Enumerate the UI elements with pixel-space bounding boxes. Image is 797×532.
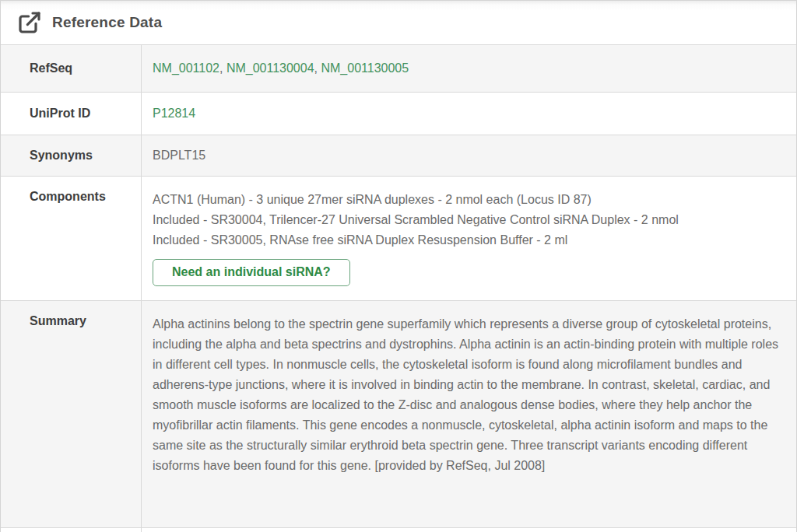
- external-link-icon: [17, 10, 42, 35]
- partial-label: [1, 528, 142, 532]
- refseq-label: RefSeq: [1, 45, 142, 92]
- separator: ,: [314, 58, 321, 79]
- summary-label: Summary: [1, 301, 142, 527]
- reference-data-panel: Reference Data RefSeq NM_001102, NM_0011…: [0, 0, 797, 532]
- uniprot-link[interactable]: P12814: [153, 103, 195, 124]
- components-value: ACTN1 (Human) - 3 unique 27mer siRNA dup…: [142, 177, 796, 300]
- table-row-uniprot: UniProt ID P12814: [1, 92, 796, 135]
- table-row-components: Components ACTN1 (Human) - 3 unique 27me…: [1, 176, 796, 300]
- refseq-link-3[interactable]: NM_001130005: [321, 58, 409, 79]
- components-line: Included - SR30004, Trilencer-27 Univers…: [153, 210, 779, 230]
- refseq-link-1[interactable]: NM_001102: [153, 58, 219, 79]
- components-line: ACTN1 (Human) - 3 unique 27mer siRNA dup…: [153, 190, 779, 210]
- table-row-synonyms: Synonyms BDPLT15: [1, 135, 796, 176]
- panel-title: Reference Data: [52, 14, 162, 31]
- refseq-link-2[interactable]: NM_001130004: [226, 58, 314, 79]
- panel-header: Reference Data: [1, 1, 796, 45]
- separator: ,: [219, 58, 226, 79]
- uniprot-label: UniProt ID: [1, 93, 142, 135]
- refseq-values: NM_001102, NM_001130004, NM_001130005: [142, 45, 796, 92]
- partial-value: [142, 528, 796, 532]
- synonyms-value: BDPLT15: [142, 135, 796, 176]
- components-label: Components: [1, 177, 142, 300]
- table-row-refseq: RefSeq NM_001102, NM_001130004, NM_00113…: [1, 45, 796, 92]
- synonyms-label: Synonyms: [1, 135, 142, 176]
- table-row-summary: Summary Alpha actinins belong to the spe…: [1, 300, 796, 527]
- individual-sirna-button[interactable]: Need an individual siRNA?: [153, 259, 350, 286]
- table-row-partial: [1, 527, 796, 532]
- summary-text: Alpha actinins belong to the spectrin ge…: [142, 301, 796, 527]
- components-line: Included - SR30005, RNAse free siRNA Dup…: [153, 230, 779, 250]
- uniprot-value: P12814: [142, 93, 796, 135]
